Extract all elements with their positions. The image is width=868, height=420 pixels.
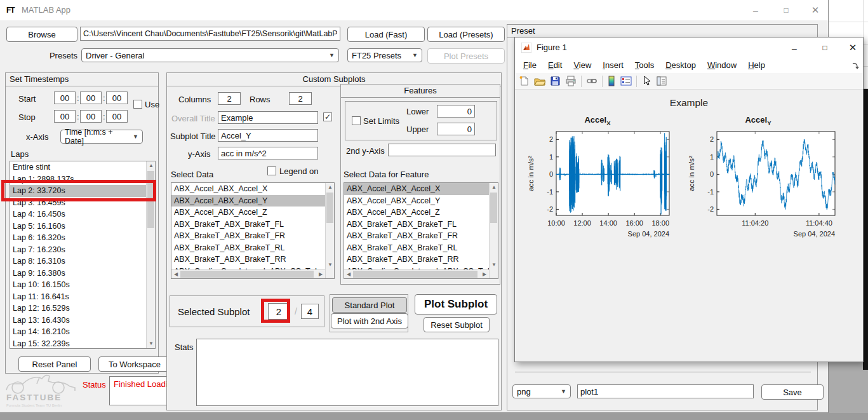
load-fast-button[interactable]: Load (Fast) — [347, 27, 425, 42]
columns-field[interactable]: 2 — [218, 92, 241, 105]
list-item[interactable]: ABX_BrakeT_ABX_BrakeT_RR — [344, 254, 489, 266]
print-figure-icon[interactable] — [565, 76, 577, 86]
list-item[interactable]: ABX_Accel_ABX_Accel_Z — [171, 207, 325, 219]
rows-field[interactable]: 2 — [289, 92, 312, 105]
list-item[interactable]: ABX_BrakeT_ABX_BrakeT_RL — [171, 242, 325, 254]
scroll-right-icon[interactable]: ▶ — [480, 270, 489, 279]
laps-list[interactable]: Entire stintLap 1: 2898.137sLap 2: 33.72… — [10, 161, 156, 349]
plot-subplot-button[interactable]: Plot Subplot — [415, 294, 497, 315]
menu-edit[interactable]: Edit — [542, 58, 568, 72]
xaxis-dropdown[interactable]: Time [h:m:s + Date] ▼ — [60, 130, 143, 144]
select-data-feature-list[interactable]: ABX_Accel_ABX_Accel_XABX_Accel_ABX_Accel… — [344, 182, 498, 279]
vertical-scrollbar[interactable]: ▲ ▼ — [146, 161, 155, 348]
scroll-up-icon[interactable]: ▲ — [147, 161, 156, 170]
figure-title-bar[interactable]: Figure 1 – □ ✕ — [515, 37, 863, 58]
menu-help[interactable]: Help — [742, 58, 771, 72]
second-yaxis-field[interactable] — [388, 144, 496, 156]
presets-dropdown[interactable]: Driver - General ▼ — [81, 48, 339, 62]
list-item[interactable]: Lap 5: 16.160s — [10, 220, 146, 233]
horizontal-scrollbar[interactable]: ◀ ▶ — [171, 269, 325, 278]
list-item[interactable]: ABX_Accel_ABX_Accel_X — [344, 183, 489, 195]
scroll-right-icon[interactable]: ▶ — [316, 270, 325, 279]
load-presets-button[interactable]: Load (Presets) — [427, 27, 505, 42]
plot-presets-button[interactable]: Plot Presets — [427, 48, 505, 64]
list-item[interactable]: ABX_BrakeT_ABX_BrakeT_FL — [344, 219, 489, 231]
stats-textarea[interactable] — [196, 339, 498, 406]
list-item[interactable]: Lap 3: 16.459s — [10, 197, 146, 209]
scroll-down-icon[interactable]: ▼ — [326, 261, 335, 269]
lower-field[interactable]: 0 — [437, 105, 475, 118]
list-item[interactable]: ABX_Accel_ABX_Accel_Y — [344, 195, 489, 207]
horizontal-scrollbar[interactable]: ◀ ▶ — [344, 269, 489, 278]
menu-window[interactable]: Window — [702, 58, 742, 72]
insert-colorbar-icon[interactable] — [607, 76, 616, 86]
reset-panel-button[interactable]: Reset Panel — [18, 356, 91, 372]
list-item[interactable]: Lap 14: 16.210s — [10, 326, 146, 338]
overall-title-field[interactable]: Example — [218, 111, 318, 124]
scroll-up-icon[interactable]: ▲ — [490, 183, 498, 192]
subplot-title-field[interactable]: Accel_Y — [218, 129, 318, 142]
app-minimize-button[interactable]: – — [748, 5, 763, 17]
scroll-up-icon[interactable]: ▲ — [326, 183, 335, 192]
insert-legend-icon[interactable] — [620, 76, 632, 86]
start-hour-field[interactable]: 00 — [54, 91, 76, 104]
menu-file[interactable]: File — [517, 58, 542, 72]
list-item[interactable]: ABX_Accel_ABX_Accel_Y — [171, 195, 325, 207]
list-item[interactable]: Lap 4: 16.450s — [10, 208, 146, 220]
list-item[interactable]: ABX_BrakeT_ABX_BrakeT_RL — [344, 242, 489, 254]
list-item[interactable]: ABX_BrakeT_ABX_BrakeT_FR — [171, 230, 325, 242]
save-figure-icon[interactable] — [550, 76, 561, 86]
scroll-down-icon[interactable]: ▼ — [490, 261, 498, 269]
list-item[interactable]: Lap 9: 16.380s — [10, 268, 146, 280]
menu-view[interactable]: View — [568, 58, 597, 72]
list-item[interactable]: Entire stint — [10, 161, 146, 173]
start-second-field[interactable]: 00 — [106, 91, 128, 104]
selected-subplot-field[interactable]: 2 — [268, 303, 290, 320]
menu-tools[interactable]: Tools — [629, 58, 660, 72]
list-item[interactable]: Lap 7: 16.230s — [10, 244, 146, 256]
list-item[interactable]: Lap 6: 16.320s — [10, 232, 146, 244]
vertical-scrollbar[interactable]: ▲ ▼ — [325, 183, 334, 278]
property-inspector-icon[interactable] — [656, 76, 667, 86]
dock-figure-icon[interactable] — [851, 62, 859, 69]
figure-close-button[interactable]: ✕ — [845, 42, 860, 53]
reset-subplot-button[interactable]: Reset Subplot — [424, 317, 490, 332]
menu-insert[interactable]: Insert — [597, 58, 629, 72]
list-item[interactable]: Lap 13: 16.430s — [10, 315, 146, 327]
plot-with-2nd-axis-button[interactable]: Plot with 2nd Axis — [331, 313, 408, 329]
app-close-button[interactable]: ✕ — [808, 4, 823, 16]
image-format-dropdown[interactable]: png ▼ — [512, 384, 571, 398]
figure-maximize-button[interactable]: □ — [817, 42, 832, 53]
list-item[interactable]: Lap 10: 16.150s — [10, 279, 146, 291]
figure-minimize-button[interactable]: – — [787, 43, 802, 54]
app-maximize-button[interactable]: □ — [778, 4, 794, 16]
select-data-list[interactable]: ABX_Accel_ABX_Accel_XABX_Accel_ABX_Accel… — [171, 182, 335, 279]
link-plot-icon[interactable] — [586, 76, 598, 86]
list-item[interactable]: Lap 11: 16.641s — [10, 291, 146, 303]
filename-field[interactable]: plot1 — [577, 384, 754, 398]
stop-second-field[interactable]: 00 — [106, 110, 128, 123]
open-file-icon[interactable] — [534, 76, 545, 86]
list-item[interactable]: ABX_BrakeT_ABX_BrakeT_FL — [171, 219, 325, 231]
path-field[interactable]: C:\Users\Vincent Chau\Documents\Fasttube… — [80, 27, 340, 41]
list-item[interactable]: ABX_Accel_ABX_Accel_X — [171, 183, 325, 195]
list-item[interactable]: Lap 8: 16.310s — [10, 255, 146, 268]
scroll-left-icon[interactable]: ◀ — [344, 270, 353, 279]
save-button[interactable]: Save — [761, 384, 824, 400]
legend-on-checkbox[interactable] — [267, 166, 276, 175]
to-workspace-button[interactable]: To Workspace — [98, 356, 171, 372]
list-item[interactable]: Lap 15: 32.239s — [10, 338, 146, 349]
start-minute-field[interactable]: 00 — [80, 91, 102, 104]
stop-minute-field[interactable]: 00 — [80, 110, 102, 123]
list-item[interactable]: ABX_BrakeT_ABX_BrakeT_RR — [171, 254, 325, 266]
stop-hour-field[interactable]: 00 — [54, 110, 76, 123]
menu-desktop[interactable]: Desktop — [660, 58, 702, 72]
upper-field[interactable]: 0 — [437, 123, 475, 135]
list-item[interactable]: ABX_BrakeT_ABX_BrakeT_FR — [344, 230, 489, 242]
list-item[interactable]: Lap 2: 33.720s — [10, 185, 146, 197]
edit-plot-cursor-icon[interactable] — [641, 76, 651, 86]
yaxis-field[interactable]: acc in m/s^2 — [218, 147, 318, 159]
new-file-icon[interactable] — [519, 76, 530, 86]
list-item[interactable]: Lap 12: 16.529s — [10, 302, 146, 315]
standard-plot-button[interactable]: Standard Plot — [332, 297, 407, 313]
